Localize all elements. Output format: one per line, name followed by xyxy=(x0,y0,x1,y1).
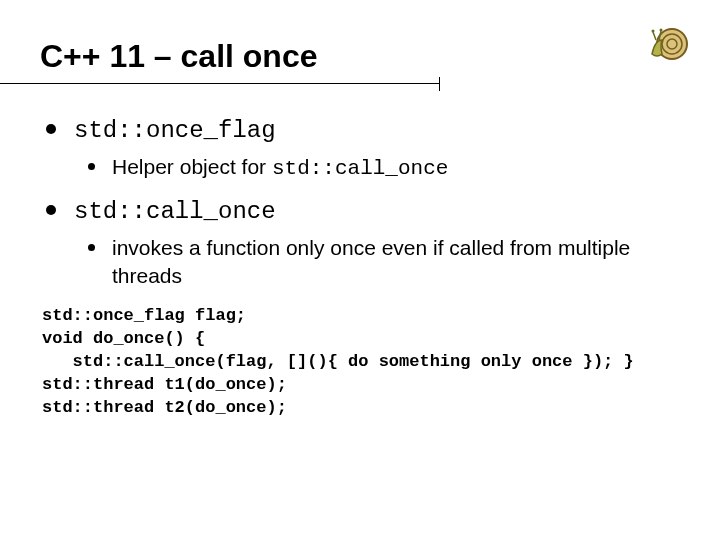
list-item-label: std::once_flag xyxy=(74,117,276,144)
list-item: std::call_once invokes a function only o… xyxy=(46,194,680,291)
code-block: std::once_flag flag; void do_once() { st… xyxy=(42,305,680,420)
svg-point-1 xyxy=(652,30,655,33)
snail-icon xyxy=(644,18,692,66)
slide-title: C++ 11 – call once xyxy=(40,38,680,75)
list-item-label: std::call_once xyxy=(74,198,276,225)
slide: C++ 11 – call once std::once_flag Helper… xyxy=(0,0,720,540)
bullet-list: std::once_flag Helper object for std::ca… xyxy=(46,113,680,291)
list-item: std::once_flag Helper object for std::ca… xyxy=(46,113,680,184)
svg-point-2 xyxy=(660,29,663,32)
list-sub-item: invokes a function only once even if cal… xyxy=(88,234,680,291)
title-underline xyxy=(40,79,680,95)
list-sub-item: Helper object for std::call_once xyxy=(88,153,680,183)
